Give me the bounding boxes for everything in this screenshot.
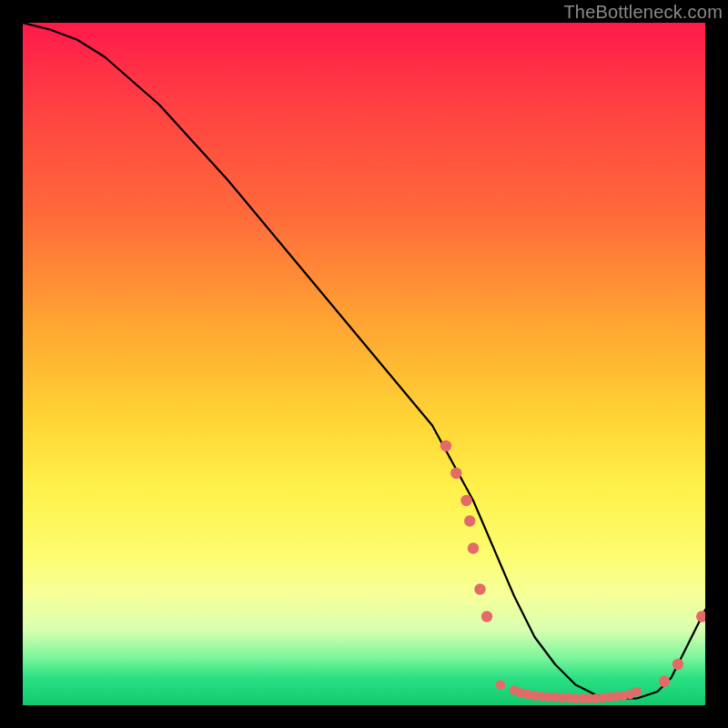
- data-point: [481, 611, 492, 622]
- data-point: [468, 542, 479, 553]
- data-point: [450, 468, 461, 479]
- data-point: [659, 676, 670, 687]
- watermark-text: TheBottleneck.com: [563, 2, 723, 23]
- data-point: [632, 687, 642, 696]
- plot-area: [23, 23, 705, 705]
- bottleneck-curve: [23, 23, 705, 699]
- chart-curve: [23, 23, 705, 699]
- chart-container: TheBottleneck.com: [0, 0, 728, 728]
- data-point: [464, 515, 475, 526]
- data-point: [440, 440, 451, 451]
- data-point: [696, 611, 705, 622]
- chart-svg: [23, 23, 705, 705]
- data-point: [474, 583, 485, 594]
- chart-scatter-points: [440, 440, 705, 703]
- data-point: [496, 680, 505, 689]
- data-point: [672, 659, 683, 670]
- data-point: [460, 495, 471, 506]
